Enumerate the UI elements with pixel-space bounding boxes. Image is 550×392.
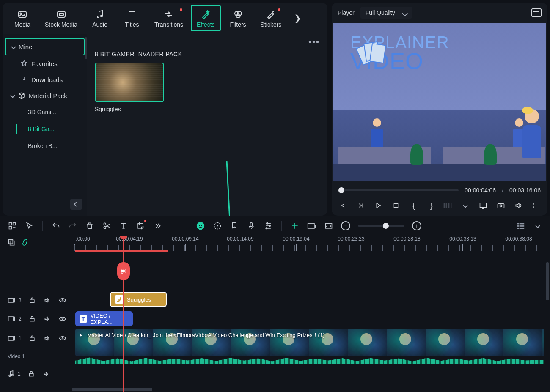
aspect-ratio-button[interactable] xyxy=(443,201,452,210)
add-track-button[interactable] xyxy=(7,238,16,247)
timeline-horizontal-scrollbar[interactable] xyxy=(72,388,152,391)
track-header-video1[interactable]: 1 Video 1 xyxy=(3,328,74,365)
playhead-handle[interactable] xyxy=(120,236,127,239)
link-button[interactable] xyxy=(20,238,30,247)
text-button[interactable] xyxy=(119,221,128,230)
add-marker-button[interactable] xyxy=(8,221,17,230)
effect-clip-icon xyxy=(115,295,124,304)
lock-button[interactable] xyxy=(27,369,36,378)
lock-button[interactable] xyxy=(28,334,37,343)
track-header-audio1[interactable]: 1 xyxy=(3,365,74,383)
redo-button[interactable] xyxy=(68,221,77,230)
lock-button[interactable] xyxy=(28,296,37,305)
undo-button[interactable] xyxy=(51,221,60,230)
tab-stock-media[interactable]: Stock Media xyxy=(40,6,82,30)
zoom-slider[interactable] xyxy=(358,225,404,227)
sidebar-item-favorites[interactable]: Favorites xyxy=(5,55,85,71)
sidebar-subitem-broken[interactable]: Broken B... xyxy=(5,137,85,154)
video-track-lane[interactable]: Master AI Video Creation_ Join the #Film… xyxy=(74,329,547,365)
svg-rect-14 xyxy=(498,204,504,208)
tab-effects[interactable]: Effects xyxy=(191,5,221,31)
track-view-button[interactable] xyxy=(516,221,525,230)
tab-filters[interactable]: Filters xyxy=(223,6,253,30)
timeline-vertical-scrollbar[interactable] xyxy=(546,262,549,300)
quality-select[interactable]: Full Quality xyxy=(360,7,412,19)
filters-icon xyxy=(233,9,243,19)
tab-audio[interactable]: Audio xyxy=(85,6,115,30)
next-frame-button[interactable] xyxy=(356,201,365,210)
fullscreen-button[interactable] xyxy=(532,201,541,210)
snapshot-button[interactable] xyxy=(497,201,505,210)
sidebar-item-mine[interactable]: Mine xyxy=(5,38,85,55)
stop-button[interactable] xyxy=(392,201,400,210)
media-icon xyxy=(17,9,28,19)
title-track-lane[interactable]: T VIDEO / EXPLA... xyxy=(74,311,547,328)
effect-item-squiggles[interactable]: Squiggles xyxy=(95,63,320,112)
scrub-thumb[interactable] xyxy=(338,187,344,193)
fit-button[interactable] xyxy=(324,221,333,230)
timeline-tracks[interactable]: :00:0000:00:04:1900:00:09:1400:00:14:090… xyxy=(74,236,547,392)
track-view-dropdown-icon[interactable] xyxy=(533,221,542,230)
visibility-button[interactable] xyxy=(58,334,67,343)
clip-title[interactable]: T VIDEO / EXPLA... xyxy=(75,311,133,326)
svg-rect-0 xyxy=(19,11,26,17)
collapse-sidebar-button[interactable] xyxy=(70,199,82,210)
play-button[interactable] xyxy=(374,201,382,210)
tab-transitions[interactable]: Transitions xyxy=(149,6,188,30)
svg-rect-21 xyxy=(138,223,143,228)
clip-effect-squiggles[interactable]: Squiggles xyxy=(110,292,167,307)
zoom-out-button[interactable]: − xyxy=(341,221,350,230)
mute-button[interactable] xyxy=(43,314,52,323)
sidebar-item-material-pack[interactable]: Material Pack xyxy=(5,88,85,104)
mixer-button[interactable] xyxy=(264,221,273,230)
voiceover-button[interactable] xyxy=(247,221,256,230)
chevron-left-icon xyxy=(74,202,78,206)
visibility-button[interactable] xyxy=(58,314,67,323)
split-button[interactable] xyxy=(102,221,111,230)
playhead-split-button[interactable] xyxy=(117,262,130,280)
track-header-3[interactable]: 3 xyxy=(3,291,74,310)
aspect-dropdown-icon[interactable] xyxy=(461,201,470,210)
volume-button[interactable] xyxy=(514,201,523,210)
zoom-thumb[interactable] xyxy=(383,223,389,229)
library-panel: Media Stock Media Audio Titles Tr xyxy=(3,3,327,216)
content-more-icon[interactable]: ••• xyxy=(308,37,320,47)
tab-stickers[interactable]: Stickers xyxy=(256,6,287,30)
sidebar-subitem-3d-gaming[interactable]: 3D Gami... xyxy=(5,104,85,121)
time-ruler[interactable]: :00:0000:00:04:1900:00:09:1400:00:14:090… xyxy=(74,236,547,255)
ai-button[interactable] xyxy=(196,221,205,230)
sidebar-subitem-8bit-gamer[interactable]: 8 Bit Ga... xyxy=(5,121,85,137)
tab-titles[interactable]: Titles xyxy=(117,6,147,30)
svg-rect-30 xyxy=(308,223,314,228)
tab-media[interactable]: Media xyxy=(8,6,37,30)
adjustments-button[interactable] xyxy=(307,221,316,230)
effect-track-lane[interactable]: Squiggles xyxy=(74,292,547,310)
sidebar-item-downloads[interactable]: Downloads xyxy=(5,71,85,88)
prev-frame-button[interactable] xyxy=(338,201,347,210)
visibility-button[interactable] xyxy=(58,296,67,305)
lock-button[interactable] xyxy=(28,314,37,323)
auto-reframe-button[interactable] xyxy=(290,221,300,230)
display-button[interactable] xyxy=(479,201,487,210)
preview-viewport[interactable]: EXPLAINER VIDEO xyxy=(333,23,546,181)
track-header-2[interactable]: 2 xyxy=(3,310,74,328)
mute-button[interactable] xyxy=(43,296,52,305)
mute-button[interactable] xyxy=(43,334,52,343)
playhead[interactable] xyxy=(123,236,124,392)
scrub-track[interactable] xyxy=(338,189,459,191)
player-panel: Player Full Quality EXPLAINER VIDEO xyxy=(332,3,547,216)
selection-tool-button[interactable] xyxy=(25,221,34,230)
render-button[interactable] xyxy=(213,221,222,230)
delete-button[interactable] xyxy=(85,221,94,230)
more-tools-button[interactable] xyxy=(153,221,162,230)
mark-out-button[interactable]: } xyxy=(427,201,436,210)
mark-in-button[interactable]: { xyxy=(410,201,418,210)
marker-button[interactable] xyxy=(230,221,239,230)
crop-button[interactable] xyxy=(136,221,145,230)
tab-label: Media xyxy=(14,21,30,28)
zoom-in-button[interactable]: + xyxy=(412,221,421,230)
scope-button[interactable] xyxy=(531,8,542,17)
mute-button[interactable] xyxy=(42,369,51,378)
more-tabs-chevron-icon[interactable]: ❯ xyxy=(292,11,304,26)
effect-thumbnail[interactable] xyxy=(95,63,164,102)
